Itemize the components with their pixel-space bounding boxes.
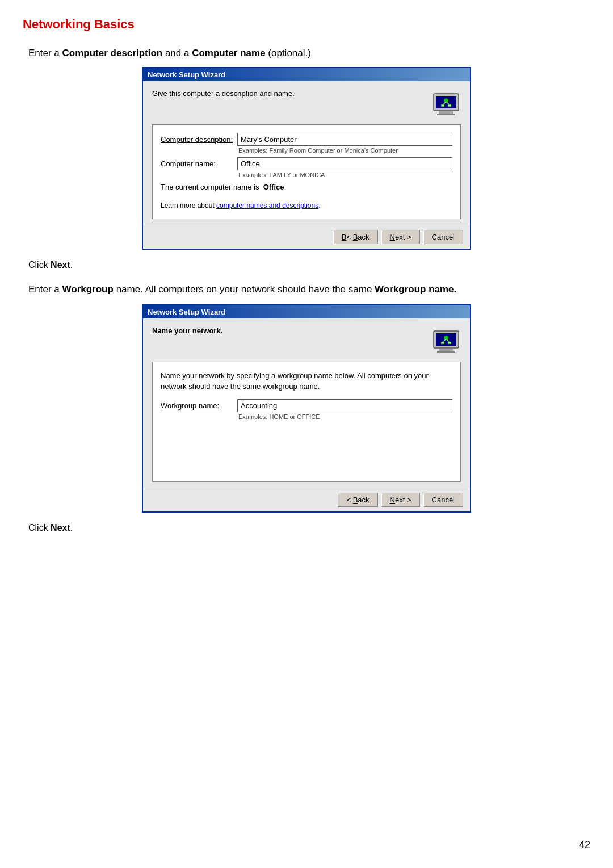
wizard2-next-button[interactable]: Next > <box>381 493 420 507</box>
workgroup-name-example: Examples: HOME or OFFICE <box>238 413 452 420</box>
page-number: 42 <box>579 839 590 851</box>
wizard2-header-text: Name your network. <box>152 326 426 335</box>
wizard2-cancel-button[interactable]: Cancel <box>423 493 463 507</box>
workgroup-name-label: Workgroup name: <box>161 399 237 410</box>
wizard1-icon <box>431 89 461 119</box>
computer-name-input[interactable] <box>237 157 452 170</box>
svg-rect-3 <box>437 114 455 115</box>
wizard-dialog-1: Network Setup Wizard Give this computer … <box>142 67 471 250</box>
click-next-1: Click Next. <box>28 260 585 270</box>
svg-rect-17 <box>448 342 451 344</box>
computer-description-row: Computer description: Examples: Family R… <box>161 133 452 154</box>
wizard1-next-button[interactable]: Next >Next > <box>381 230 420 244</box>
svg-rect-8 <box>448 104 451 107</box>
workgroup-name-input[interactable] <box>237 399 452 412</box>
wizard2-back-button[interactable]: < Back <box>338 493 377 507</box>
wizard1-header-text: Give this computer a description and nam… <box>152 89 426 98</box>
wizard2-icon <box>431 326 461 356</box>
computer-name-row: Computer name: Examples: FAMILY or MONIC… <box>161 157 452 178</box>
learn-more-link-row: Learn more about computer names and desc… <box>161 202 452 209</box>
svg-rect-7 <box>441 104 444 107</box>
svg-rect-11 <box>439 349 453 351</box>
svg-rect-12 <box>437 351 455 353</box>
svg-rect-16 <box>441 342 444 344</box>
wizard2-footer: < Back Next > Cancel <box>143 488 470 511</box>
workgroup-name-row: Workgroup name: Examples: HOME or OFFICE <box>161 399 452 420</box>
svg-rect-2 <box>439 111 453 114</box>
computer-name-label: Computer name: <box>161 157 237 168</box>
workgroup-description-text: Name your network by specifying a workgr… <box>161 370 452 392</box>
wizard2-titlebar: Network Setup Wizard <box>143 305 470 318</box>
wizard1-back-button[interactable]: B< Back< Back <box>333 230 378 244</box>
click-next-2: Click Next. <box>28 523 585 533</box>
computer-description-input[interactable] <box>237 133 452 146</box>
learn-more-link[interactable]: computer names and descriptions <box>216 202 318 209</box>
page-title: Networking Basics <box>23 17 590 32</box>
current-computer-name: The current computer name is Office <box>161 183 452 191</box>
wizard-dialog-2: Network Setup Wizard Name your network. <box>142 304 471 513</box>
section1-heading: Enter a Computer description and a Compu… <box>28 48 590 59</box>
computer-description-label: Computer description: <box>161 133 237 144</box>
section2-heading: Enter a Workgroup name. All computers on… <box>28 283 590 296</box>
wizard1-titlebar: Network Setup Wizard <box>143 68 470 81</box>
computer-name-example: Examples: FAMILY or MONICA <box>238 171 452 178</box>
computer-description-example: Examples: Family Room Computer or Monica… <box>238 147 452 154</box>
wizard1-cancel-button[interactable]: CancelCancel <box>423 230 463 244</box>
wizard1-footer: B< Back< Back Next >Next > CancelCancel <box>143 225 470 249</box>
